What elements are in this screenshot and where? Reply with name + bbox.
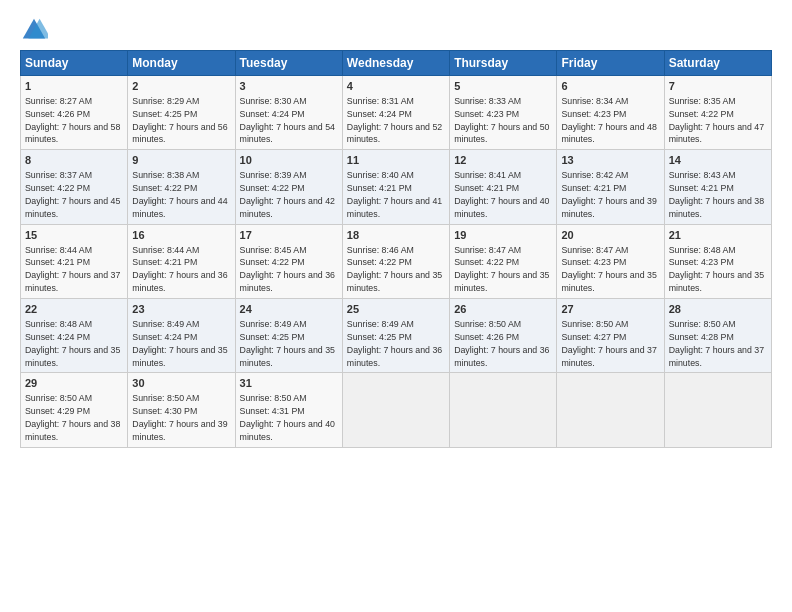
day-header-tuesday: Tuesday [235, 51, 342, 76]
day-info: Sunrise: 8:31 AMSunset: 4:24 PMDaylight:… [347, 96, 442, 145]
day-number: 19 [454, 228, 552, 243]
day-number: 9 [132, 153, 230, 168]
day-number: 21 [669, 228, 767, 243]
day-cell: 16Sunrise: 8:44 AMSunset: 4:21 PMDayligh… [128, 224, 235, 298]
day-header-wednesday: Wednesday [342, 51, 449, 76]
day-header-saturday: Saturday [664, 51, 771, 76]
day-info: Sunrise: 8:50 AMSunset: 4:30 PMDaylight:… [132, 393, 227, 442]
day-info: Sunrise: 8:30 AMSunset: 4:24 PMDaylight:… [240, 96, 335, 145]
day-cell: 15Sunrise: 8:44 AMSunset: 4:21 PMDayligh… [21, 224, 128, 298]
day-number: 13 [561, 153, 659, 168]
day-cell: 17Sunrise: 8:45 AMSunset: 4:22 PMDayligh… [235, 224, 342, 298]
day-number: 30 [132, 376, 230, 391]
calendar-table: SundayMondayTuesdayWednesdayThursdayFrid… [20, 50, 772, 448]
day-cell [342, 373, 449, 447]
day-info: Sunrise: 8:50 AMSunset: 4:26 PMDaylight:… [454, 319, 549, 368]
day-cell: 9Sunrise: 8:38 AMSunset: 4:22 PMDaylight… [128, 150, 235, 224]
day-number: 18 [347, 228, 445, 243]
day-info: Sunrise: 8:47 AMSunset: 4:23 PMDaylight:… [561, 245, 656, 294]
week-row-4: 22Sunrise: 8:48 AMSunset: 4:24 PMDayligh… [21, 299, 772, 373]
day-number: 2 [132, 79, 230, 94]
day-cell: 8Sunrise: 8:37 AMSunset: 4:22 PMDaylight… [21, 150, 128, 224]
day-info: Sunrise: 8:35 AMSunset: 4:22 PMDaylight:… [669, 96, 764, 145]
day-cell: 31Sunrise: 8:50 AMSunset: 4:31 PMDayligh… [235, 373, 342, 447]
day-number: 5 [454, 79, 552, 94]
day-info: Sunrise: 8:50 AMSunset: 4:29 PMDaylight:… [25, 393, 120, 442]
day-info: Sunrise: 8:49 AMSunset: 4:25 PMDaylight:… [240, 319, 335, 368]
day-number: 25 [347, 302, 445, 317]
day-cell: 6Sunrise: 8:34 AMSunset: 4:23 PMDaylight… [557, 76, 664, 150]
day-cell: 25Sunrise: 8:49 AMSunset: 4:25 PMDayligh… [342, 299, 449, 373]
day-cell: 20Sunrise: 8:47 AMSunset: 4:23 PMDayligh… [557, 224, 664, 298]
day-cell: 24Sunrise: 8:49 AMSunset: 4:25 PMDayligh… [235, 299, 342, 373]
day-cell: 29Sunrise: 8:50 AMSunset: 4:29 PMDayligh… [21, 373, 128, 447]
day-header-thursday: Thursday [450, 51, 557, 76]
day-header-friday: Friday [557, 51, 664, 76]
day-cell [557, 373, 664, 447]
calendar-body: 1Sunrise: 8:27 AMSunset: 4:26 PMDaylight… [21, 76, 772, 448]
week-row-3: 15Sunrise: 8:44 AMSunset: 4:21 PMDayligh… [21, 224, 772, 298]
day-number: 24 [240, 302, 338, 317]
day-number: 16 [132, 228, 230, 243]
day-number: 11 [347, 153, 445, 168]
day-info: Sunrise: 8:29 AMSunset: 4:25 PMDaylight:… [132, 96, 227, 145]
day-info: Sunrise: 8:27 AMSunset: 4:26 PMDaylight:… [25, 96, 120, 145]
week-row-5: 29Sunrise: 8:50 AMSunset: 4:29 PMDayligh… [21, 373, 772, 447]
day-number: 17 [240, 228, 338, 243]
day-cell: 27Sunrise: 8:50 AMSunset: 4:27 PMDayligh… [557, 299, 664, 373]
day-number: 3 [240, 79, 338, 94]
day-cell: 4Sunrise: 8:31 AMSunset: 4:24 PMDaylight… [342, 76, 449, 150]
day-info: Sunrise: 8:48 AMSunset: 4:24 PMDaylight:… [25, 319, 120, 368]
day-info: Sunrise: 8:44 AMSunset: 4:21 PMDaylight:… [25, 245, 120, 294]
day-number: 27 [561, 302, 659, 317]
day-number: 1 [25, 79, 123, 94]
day-info: Sunrise: 8:44 AMSunset: 4:21 PMDaylight:… [132, 245, 227, 294]
day-cell: 19Sunrise: 8:47 AMSunset: 4:22 PMDayligh… [450, 224, 557, 298]
day-number: 4 [347, 79, 445, 94]
day-cell: 14Sunrise: 8:43 AMSunset: 4:21 PMDayligh… [664, 150, 771, 224]
day-cell: 11Sunrise: 8:40 AMSunset: 4:21 PMDayligh… [342, 150, 449, 224]
day-cell: 5Sunrise: 8:33 AMSunset: 4:23 PMDaylight… [450, 76, 557, 150]
week-row-1: 1Sunrise: 8:27 AMSunset: 4:26 PMDaylight… [21, 76, 772, 150]
day-info: Sunrise: 8:49 AMSunset: 4:24 PMDaylight:… [132, 319, 227, 368]
day-info: Sunrise: 8:33 AMSunset: 4:23 PMDaylight:… [454, 96, 549, 145]
day-info: Sunrise: 8:43 AMSunset: 4:21 PMDaylight:… [669, 170, 764, 219]
day-info: Sunrise: 8:50 AMSunset: 4:31 PMDaylight:… [240, 393, 335, 442]
day-number: 29 [25, 376, 123, 391]
day-number: 31 [240, 376, 338, 391]
day-info: Sunrise: 8:38 AMSunset: 4:22 PMDaylight:… [132, 170, 227, 219]
day-number: 7 [669, 79, 767, 94]
logo-icon [20, 16, 48, 44]
day-info: Sunrise: 8:39 AMSunset: 4:22 PMDaylight:… [240, 170, 335, 219]
day-cell: 7Sunrise: 8:35 AMSunset: 4:22 PMDaylight… [664, 76, 771, 150]
day-cell: 22Sunrise: 8:48 AMSunset: 4:24 PMDayligh… [21, 299, 128, 373]
day-number: 12 [454, 153, 552, 168]
day-number: 26 [454, 302, 552, 317]
day-number: 20 [561, 228, 659, 243]
day-number: 22 [25, 302, 123, 317]
day-info: Sunrise: 8:37 AMSunset: 4:22 PMDaylight:… [25, 170, 120, 219]
day-number: 8 [25, 153, 123, 168]
day-number: 28 [669, 302, 767, 317]
day-cell: 2Sunrise: 8:29 AMSunset: 4:25 PMDaylight… [128, 76, 235, 150]
day-header-sunday: Sunday [21, 51, 128, 76]
day-cell: 3Sunrise: 8:30 AMSunset: 4:24 PMDaylight… [235, 76, 342, 150]
day-info: Sunrise: 8:42 AMSunset: 4:21 PMDaylight:… [561, 170, 656, 219]
day-info: Sunrise: 8:47 AMSunset: 4:22 PMDaylight:… [454, 245, 549, 294]
day-number: 23 [132, 302, 230, 317]
day-cell: 26Sunrise: 8:50 AMSunset: 4:26 PMDayligh… [450, 299, 557, 373]
day-info: Sunrise: 8:34 AMSunset: 4:23 PMDaylight:… [561, 96, 656, 145]
day-number: 14 [669, 153, 767, 168]
day-cell [450, 373, 557, 447]
day-number: 10 [240, 153, 338, 168]
calendar-header: SundayMondayTuesdayWednesdayThursdayFrid… [21, 51, 772, 76]
day-info: Sunrise: 8:50 AMSunset: 4:28 PMDaylight:… [669, 319, 764, 368]
day-info: Sunrise: 8:50 AMSunset: 4:27 PMDaylight:… [561, 319, 656, 368]
day-number: 15 [25, 228, 123, 243]
day-cell: 30Sunrise: 8:50 AMSunset: 4:30 PMDayligh… [128, 373, 235, 447]
day-cell: 21Sunrise: 8:48 AMSunset: 4:23 PMDayligh… [664, 224, 771, 298]
day-info: Sunrise: 8:45 AMSunset: 4:22 PMDaylight:… [240, 245, 335, 294]
day-info: Sunrise: 8:40 AMSunset: 4:21 PMDaylight:… [347, 170, 442, 219]
calendar-page: SundayMondayTuesdayWednesdayThursdayFrid… [0, 0, 792, 612]
day-cell [664, 373, 771, 447]
